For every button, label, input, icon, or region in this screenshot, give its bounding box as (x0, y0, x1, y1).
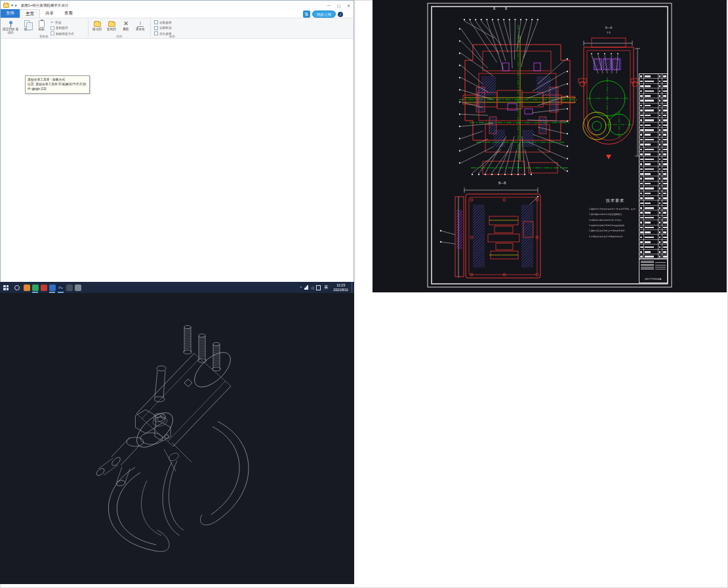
parts-list-rows (639, 74, 667, 260)
tab-share[interactable]: 共享 (40, 9, 59, 18)
parts-table-row (639, 172, 667, 176)
app-dark-icon (66, 284, 73, 291)
parts-table-row (639, 210, 667, 215)
section-view (440, 187, 540, 278)
parts-table-row (639, 84, 667, 88)
copy-icon (24, 20, 30, 27)
side-view-scale: 1:5 (599, 31, 618, 34)
drawing-code: ZDTY55GA (639, 277, 667, 281)
parts-table-row (639, 152, 667, 157)
parts-table-row (639, 201, 667, 205)
select-all-icon (154, 20, 158, 24)
move-to-button[interactable]: 移动到 (90, 20, 104, 31)
ribbon-separator (88, 20, 89, 37)
maximize-button[interactable]: ▢ (334, 1, 344, 10)
cad-assembly-drawing (373, 0, 727, 292)
parts-table-row (639, 118, 667, 123)
select-all-button[interactable]: 全部选择 (154, 20, 171, 26)
cloud-sync-icon[interactable]: ⇅ (303, 10, 310, 18)
tech-requirement-line: 3.调整轴承轴向间隙为0.05~0.1mm。 (589, 218, 641, 223)
parts-table-row (639, 104, 667, 108)
parts-table-row (639, 240, 667, 245)
window-controls: — ▢ ✕ (324, 1, 354, 10)
close-button[interactable]: ✕ (344, 1, 354, 10)
side-view-label: A—A (599, 26, 618, 29)
app-green-icon (32, 284, 39, 291)
ribbon-group-clipboard: 固定到快 速访问 复制 粘贴 ✂ 剪切 复制 (1, 18, 87, 39)
network-icon[interactable] (304, 285, 308, 290)
ribbon-group-organize: 移动到 复制到 ✕ 删除 重命名 组织 (90, 18, 149, 39)
parts-table-row (639, 191, 667, 196)
ribbon-group-select: 全部选择 全部取消 反向选择 选择 (153, 18, 191, 39)
model-viewport[interactable] (0, 293, 354, 584)
ribbon: 固定到快 速访问 复制 粘贴 ✂ 剪切 复制 (1, 18, 354, 39)
paste-icon (39, 20, 45, 28)
show-desktop-button[interactable] (352, 282, 354, 293)
copy-button[interactable]: 复制 (20, 20, 33, 31)
copy-to-icon (108, 22, 115, 27)
tech-requirements-lines: 1.装配前所有零件均需清洗干净,不得有毛刺、铁屑。2.齿轮装配后用涂色法检查接触… (589, 206, 641, 239)
parts-table-row (639, 220, 667, 225)
quick-access-toolbar[interactable]: ▾ ▸ (1, 3, 17, 8)
parts-table-row (639, 206, 667, 210)
tab-file[interactable]: 文件 (1, 9, 20, 18)
tab-view[interactable]: 查看 (59, 9, 78, 18)
explorer-content[interactable]: 原创分享工具库 - 加载方式 位置: 原创分享工具库 D:\机械设计\手爪\软件… (1, 39, 354, 282)
ribbon-separator (150, 20, 151, 37)
scissors-icon: ✂ (51, 20, 54, 24)
tab-home[interactable]: 主页 (20, 9, 40, 18)
parts-table-row (639, 235, 667, 239)
app-green-taskbar-icon[interactable] (31, 282, 39, 293)
copy-path-button[interactable]: 复制路径 (51, 26, 74, 31)
section-mark-b2: B (505, 7, 507, 10)
app-blue-icon (49, 284, 56, 291)
windows-logo-icon (3, 285, 9, 290)
parts-table-row (639, 216, 667, 220)
delete-icon: ✕ (123, 21, 129, 27)
paste-button[interactable]: 粘贴 (35, 20, 48, 31)
select-none-button[interactable]: 全部取消 (154, 26, 171, 31)
parts-table-row (639, 108, 667, 113)
tooltip-line2: 位置: 原创分享工具库 D:\机械设计\手爪\软件 gjpgjs (13) (28, 82, 87, 91)
info-icon[interactable]: i (338, 12, 343, 17)
cut-button[interactable]: ✂ 剪切 (51, 20, 74, 26)
tooltip-line1: 原创分享工具库 - 加载方式 (28, 77, 87, 82)
app-blue-taskbar-icon[interactable] (48, 282, 56, 293)
customize-toolbar-icon[interactable]: ▾ (11, 3, 13, 7)
app-orange-taskbar-icon[interactable] (22, 282, 31, 293)
parts-table-row (639, 123, 667, 127)
start-button[interactable] (0, 282, 12, 293)
clipboard-small-buttons: ✂ 剪切 复制路径 粘贴快捷方式 (51, 20, 74, 37)
new-folder-icon[interactable]: ▸ (15, 3, 17, 7)
pin-to-quick-access-button[interactable]: 固定到快 速访问 (2, 20, 19, 35)
search-button[interactable] (12, 282, 22, 293)
app-dark-taskbar-icon[interactable] (65, 282, 73, 293)
parts-table-row (639, 79, 667, 83)
app-photoshop-taskbar-icon[interactable]: Ps (56, 282, 65, 293)
app-gray-taskbar-icon[interactable] (73, 282, 82, 293)
delete-button[interactable]: ✕ 删除 (119, 20, 133, 31)
tech-requirements-title: 技术要求 (589, 198, 641, 204)
move-to-icon (94, 22, 101, 27)
taskbar-clock[interactable]: 12:23 2021/8/11 (333, 283, 348, 292)
folder-icon (3, 3, 9, 8)
minimize-button[interactable]: — (324, 1, 334, 10)
taskbar: Ps ^ ◁ 英 12:23 2021/8/11 (0, 282, 354, 293)
rename-button[interactable]: 重命名 (133, 20, 148, 31)
cloud-widget: ⇅ 同步上传 i (303, 10, 343, 18)
copy-to-button[interactable]: 复制到 (104, 20, 119, 31)
language-indicator[interactable]: 英 (324, 284, 328, 290)
system-tray: ^ ◁ 英 12:23 2021/8/11 (298, 282, 354, 293)
ime-mode-icon[interactable] (316, 285, 321, 290)
volume-icon[interactable]: ◁ (311, 285, 314, 290)
screenshot-canvas: ▾ ▸ 新图1+特兰洛博机械手爪设计 — ▢ ✕ 文件 主页 共享 查看 ⇅ 同… (0, 0, 728, 588)
title-block: ZDTY55GA (639, 258, 667, 283)
ribbon-tabs: 文件 主页 共享 查看 ⇅ 同步上传 i (1, 10, 354, 18)
copy-path-icon (51, 26, 54, 30)
app-red-taskbar-icon[interactable] (39, 282, 48, 293)
cloud-upload-button[interactable]: 同步上传 (312, 10, 336, 18)
tech-requirement-line: 2.齿轮装配后用涂色法检查接触斑点。 (589, 212, 641, 217)
tray-expand-icon[interactable]: ^ (300, 286, 302, 290)
app-red-icon (41, 284, 47, 291)
app-gray-icon (75, 284, 81, 291)
